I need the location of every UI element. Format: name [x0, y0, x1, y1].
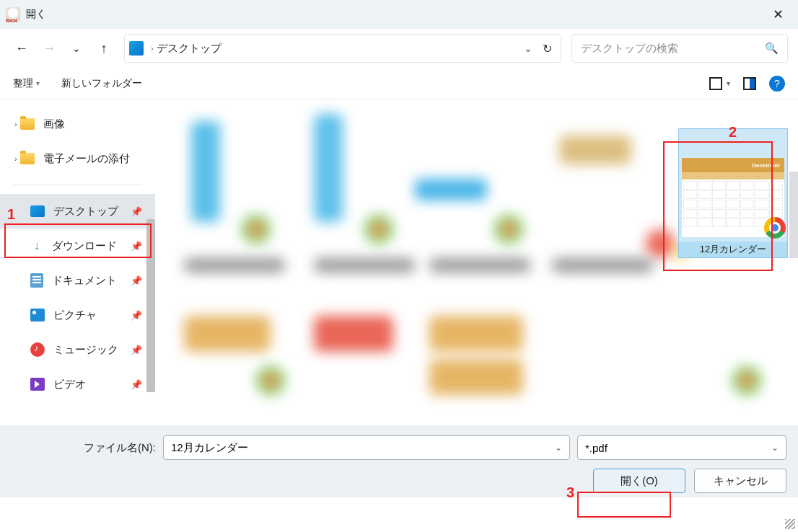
open-button[interactable]: 開く(O) [593, 469, 685, 493]
bottom-panel: ファイル名(N): 12月カレンダー ⌄ *.pdf ⌄ 開く(O) キャンセル [0, 425, 798, 497]
body-area: › 画像 › 電子メールの添付 デスクトップ 📌 ↓ ダウンロード 📌 ドキュメ… [0, 99, 798, 425]
sidebar-item-documents[interactable]: ドキュメント 📌 [0, 263, 155, 298]
sidebar-item-label: デスクトップ [53, 205, 118, 218]
organize-menu[interactable]: 整理 ▾ [13, 77, 40, 90]
search-icon[interactable]: 🔍 [765, 42, 779, 55]
pin-icon[interactable]: 📌 [131, 241, 142, 252]
divider [13, 185, 142, 185]
filename-label: ファイル名(N): [84, 441, 156, 455]
search-box[interactable]: デスクトップの検索 🔍 [571, 34, 788, 63]
folder-icon [20, 118, 35, 130]
chrome-icon [764, 217, 786, 239]
chevron-down-icon: ▾ [727, 79, 730, 87]
sidebar-item-downloads[interactable]: ↓ ダウンロード 📌 [0, 229, 155, 263]
resize-grip[interactable] [785, 519, 795, 529]
pin-icon[interactable]: 📌 [131, 206, 142, 217]
window-title: 開く [26, 8, 46, 21]
refresh-button[interactable]: ↻ [538, 42, 556, 56]
tree-item-email-attach[interactable]: › 電子メールの添付 [0, 141, 155, 176]
music-icon [30, 342, 45, 357]
app-icon [6, 7, 20, 22]
sidebar-item-label: ミュージック [53, 343, 118, 357]
pin-icon[interactable]: 📌 [131, 379, 142, 390]
forward-button[interactable]: → [38, 37, 61, 60]
cancel-button[interactable]: キャンセル [694, 469, 786, 493]
chevron-down-icon[interactable]: ⌄ [555, 443, 562, 453]
breadcrumb-separator: › [151, 44, 154, 53]
chevron-down-icon[interactable]: ⌄ [771, 443, 779, 453]
preview-pane-toggle[interactable] [743, 77, 756, 90]
file-list-area[interactable]: December 12月カレンダー [155, 99, 798, 425]
filetype-value: *.pdf [585, 442, 608, 454]
organize-label: 整理 [13, 77, 33, 90]
up-button[interactable]: ↑ [92, 37, 115, 60]
back-button[interactable]: ← [10, 37, 33, 60]
toolbar: 整理 ▾ 新しいフォルダー ▾ ? [0, 68, 798, 99]
sidebar-item-pictures[interactable]: ピクチャ 📌 [0, 298, 155, 332]
pin-icon[interactable]: 📌 [131, 310, 142, 321]
chevron-down-icon: ▾ [36, 79, 40, 87]
filename-combobox[interactable]: 12月カレンダー ⌄ [163, 435, 570, 460]
file-item-selected[interactable]: December 12月カレンダー [678, 128, 788, 258]
close-button[interactable]: ✕ [763, 0, 792, 29]
nav-bar: ← → ⌄ ↑ › デスクトップ ⌄ ↻ デスクトップの検索 🔍 [0, 29, 798, 68]
tree-label: 画像 [43, 118, 65, 131]
title-bar: 開く ✕ [0, 0, 798, 29]
view-large-icon [709, 77, 722, 90]
picture-icon [30, 309, 45, 322]
sidebar: › 画像 › 電子メールの添付 デスクトップ 📌 ↓ ダウンロード 📌 ドキュメ… [0, 99, 155, 425]
sidebar-item-label: ビデオ [53, 378, 86, 391]
video-icon [30, 378, 45, 391]
chevron-right-icon[interactable]: › [14, 154, 17, 163]
file-name-label: 12月カレンダー [679, 241, 787, 257]
search-placeholder: デスクトップの検索 [581, 42, 765, 56]
document-icon [30, 273, 43, 288]
folder-icon [20, 153, 35, 164]
content-scrollbar[interactable] [789, 172, 798, 258]
recent-dropdown[interactable]: ⌄ [65, 37, 88, 60]
tree-item-images[interactable]: › 画像 [0, 107, 155, 141]
sidebar-scrollbar[interactable] [146, 219, 155, 392]
view-mode-large[interactable]: ▾ [709, 77, 730, 90]
breadcrumb-location[interactable]: デスクトップ [157, 42, 524, 56]
desktop-location-icon [129, 41, 144, 56]
sidebar-item-videos[interactable]: ビデオ 📌 [0, 367, 155, 402]
thumb-header: December [682, 158, 784, 172]
new-folder-button[interactable]: 新しいフォルダー [61, 77, 142, 90]
filename-value: 12月カレンダー [171, 441, 248, 455]
sidebar-item-label: ピクチャ [53, 309, 97, 322]
address-bar[interactable]: › デスクトップ ⌄ ↻ [124, 34, 561, 63]
filetype-combobox[interactable]: *.pdf ⌄ [577, 435, 786, 460]
chevron-right-icon[interactable]: › [14, 120, 17, 128]
sidebar-item-label: ドキュメント [52, 274, 117, 288]
download-icon: ↓ [30, 239, 43, 252]
sidebar-item-label: ダウンロード [52, 239, 117, 253]
desktop-icon [30, 205, 45, 217]
chevron-down-icon[interactable]: ⌄ [524, 43, 532, 54]
help-button[interactable]: ? [769, 76, 785, 92]
sidebar-item-music[interactable]: ミュージック 📌 [0, 332, 155, 367]
sidebar-item-desktop[interactable]: デスクトップ 📌 [0, 194, 155, 229]
pin-icon[interactable]: 📌 [131, 275, 142, 286]
tree-label: 電子メールの添付 [43, 152, 130, 166]
pin-icon[interactable]: 📌 [131, 345, 142, 355]
